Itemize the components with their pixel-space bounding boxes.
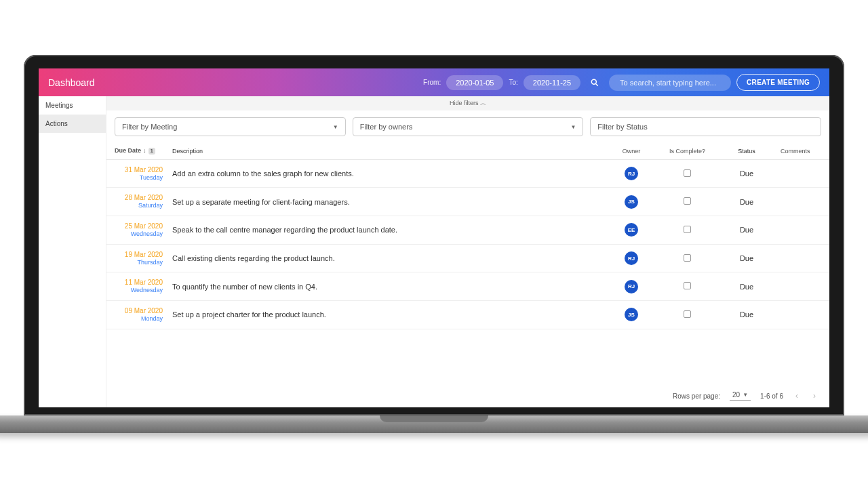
hide-filters-label: Hide filters (450, 100, 479, 106)
laptop-notch (380, 415, 488, 422)
app-root: Dashboard From: 2020-01-05 To: 2020-11-2… (39, 68, 829, 407)
caret-down-icon: ▼ (743, 392, 748, 398)
pager: Rows per page: 20 ▼ 1-6 of 6 ‹ › (106, 384, 829, 407)
owner-avatar[interactable]: RJ (625, 251, 638, 265)
cell-status: Due (719, 169, 774, 178)
cell-status: Due (719, 226, 774, 234)
cell-owner: RJ (608, 167, 655, 180)
filters-row: Filter by Meeting ▼ Filter by owners ▼ F… (106, 110, 829, 143)
cell-due-date: 09 Mar 2020Monday (115, 306, 172, 323)
filter-by-status-label: Filter by Status (597, 123, 647, 131)
page-next[interactable]: › (810, 391, 818, 401)
cell-owner: RJ (608, 251, 655, 265)
cell-status: Due (719, 310, 774, 319)
from-label: From: (423, 79, 441, 86)
col-owner[interactable]: Owner (608, 148, 655, 155)
table-row[interactable]: 19 Mar 2020ThursdayCall existing clients… (106, 245, 829, 273)
filter-by-meeting-label: Filter by Meeting (122, 123, 177, 131)
table-row[interactable]: 09 Mar 2020MondaySet up a project charte… (106, 301, 829, 329)
table-body: 31 Mar 2020TuesdayAdd an extra column to… (106, 160, 829, 329)
complete-checkbox[interactable] (684, 169, 691, 177)
cell-due-date: 25 Mar 2020Wednesday (115, 222, 172, 239)
chevron-up-icon: ︿ (480, 100, 486, 106)
owner-avatar[interactable]: RJ (625, 280, 638, 293)
col-due-date-label: Due Date (115, 147, 141, 155)
laptop-bezel: Dashboard From: 2020-01-05 To: 2020-11-2… (24, 55, 844, 415)
app-screen: Dashboard From: 2020-01-05 To: 2020-11-2… (39, 68, 829, 407)
filter-by-owners[interactable]: Filter by owners ▼ (353, 117, 584, 136)
complete-checkbox[interactable] (684, 282, 691, 289)
col-comments[interactable]: Comments (774, 148, 821, 155)
rows-per-page-value: 20 (732, 391, 740, 399)
main-panel: Hide filters ︿ Filter by Meeting ▼ Filte… (106, 96, 829, 407)
cell-description: Speak to the call centre manager regardi… (172, 226, 608, 234)
caret-down-icon: ▼ (333, 124, 338, 130)
from-date-input[interactable]: 2020-01-05 (446, 75, 503, 90)
cell-description: To quantify the number of new clients in… (172, 283, 608, 291)
cell-due-date: 28 Mar 2020Saturday (115, 193, 172, 210)
complete-checkbox[interactable] (684, 310, 691, 318)
cell-owner: EE (608, 223, 655, 237)
complete-checkbox[interactable] (684, 254, 691, 262)
rows-per-page-select[interactable]: 20 ▼ (730, 391, 751, 401)
table-row[interactable]: 28 Mar 2020SaturdaySet up a separate mee… (106, 188, 829, 216)
filter-by-owners-label: Filter by owners (360, 123, 413, 131)
owner-avatar[interactable]: EE (625, 223, 638, 237)
rows-per-page-label: Rows per page: (673, 392, 720, 400)
sidebar: Meetings Actions (39, 96, 106, 407)
actions-table: Due Date ↓ 1 Description Owner Is Comple… (106, 143, 829, 384)
search-icon[interactable] (590, 78, 599, 87)
cell-is-complete (655, 169, 719, 178)
cell-due-date: 11 Mar 2020Wednesday (115, 278, 172, 295)
filter-by-meeting[interactable]: Filter by Meeting ▼ (115, 117, 346, 136)
owner-avatar[interactable]: JS (625, 308, 638, 321)
owner-avatar[interactable]: RJ (625, 167, 638, 180)
owner-avatar[interactable]: JS (625, 195, 638, 209)
sidebar-item-meetings[interactable]: Meetings (39, 96, 106, 115)
col-is-complete[interactable]: Is Complete? (655, 148, 719, 155)
table-row[interactable]: 31 Mar 2020TuesdayAdd an extra column to… (106, 160, 829, 188)
body-area: Meetings Actions Hide filters ︿ Filter b… (39, 96, 829, 407)
cell-status: Due (719, 254, 774, 262)
svg-point-0 (591, 79, 596, 84)
complete-checkbox[interactable] (684, 226, 691, 233)
cell-status: Due (719, 198, 774, 206)
page-prev[interactable]: ‹ (793, 391, 801, 401)
search-input[interactable] (609, 75, 731, 91)
cell-is-complete (655, 254, 719, 263)
cell-is-complete (655, 310, 719, 319)
cell-owner: JS (608, 195, 655, 209)
hide-filters-toggle[interactable]: Hide filters ︿ (106, 96, 829, 110)
page-title: Dashboard (48, 77, 95, 88)
sort-order-badge: 1 (149, 148, 155, 155)
to-label: To: (509, 79, 517, 86)
cell-owner: RJ (608, 280, 655, 293)
cell-status: Due (719, 283, 774, 291)
to-date-input[interactable]: 2020-11-25 (524, 75, 580, 90)
col-description[interactable]: Description (172, 148, 608, 155)
cell-due-date: 31 Mar 2020Tuesday (115, 165, 172, 182)
cell-owner: JS (608, 308, 655, 321)
complete-checkbox[interactable] (684, 197, 691, 205)
cell-description: Set up a separate meeting for client-fac… (172, 198, 608, 206)
table-row[interactable]: 25 Mar 2020WednesdaySpeak to the call ce… (106, 216, 829, 245)
col-due-date[interactable]: Due Date ↓ 1 (115, 147, 172, 155)
laptop-base (0, 415, 868, 433)
filter-by-status[interactable]: Filter by Status (590, 117, 821, 136)
app-header: Dashboard From: 2020-01-05 To: 2020-11-2… (39, 68, 829, 96)
cell-is-complete (655, 282, 719, 291)
cell-is-complete (655, 197, 719, 206)
sort-down-icon: ↓ (143, 147, 146, 155)
table-header: Due Date ↓ 1 Description Owner Is Comple… (106, 143, 829, 160)
cell-description: Set up a project charter for the product… (172, 310, 608, 319)
caret-down-icon: ▼ (570, 124, 576, 130)
cell-due-date: 19 Mar 2020Thursday (115, 250, 172, 267)
col-status[interactable]: Status (719, 148, 774, 155)
sidebar-item-actions[interactable]: Actions (39, 115, 106, 133)
laptop-frame: Dashboard From: 2020-01-05 To: 2020-11-2… (24, 55, 844, 433)
cell-description: Call existing clients regarding the prod… (172, 254, 608, 262)
cell-description: Add an extra column to the sales graph f… (172, 169, 608, 178)
svg-line-1 (596, 83, 598, 85)
create-meeting-button[interactable]: CREATE MEETING (736, 74, 820, 91)
table-row[interactable]: 11 Mar 2020WednesdayTo quantify the numb… (106, 272, 829, 301)
